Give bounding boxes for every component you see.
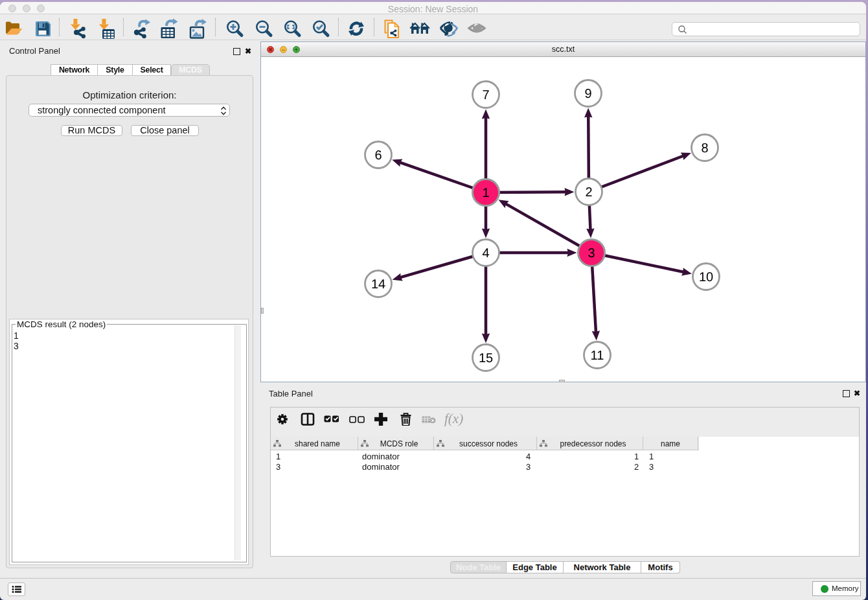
svg-text:14: 14 bbox=[371, 277, 385, 292]
svg-text:1: 1 bbox=[482, 186, 489, 200]
svg-text:10: 10 bbox=[699, 270, 713, 284]
svg-text:9: 9 bbox=[584, 87, 591, 101]
svg-text:3: 3 bbox=[588, 246, 595, 260]
svg-text:7: 7 bbox=[482, 88, 489, 102]
svg-text:4: 4 bbox=[482, 246, 489, 260]
svg-text:6: 6 bbox=[374, 148, 382, 163]
svg-text:15: 15 bbox=[479, 351, 493, 365]
svg-text:2: 2 bbox=[585, 185, 592, 200]
svg-text:8: 8 bbox=[701, 141, 708, 156]
svg-text:11: 11 bbox=[591, 349, 604, 363]
